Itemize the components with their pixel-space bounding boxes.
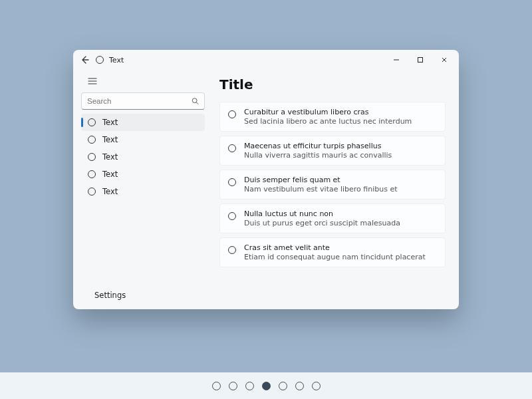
card-subtitle: Duis ut purus eget orci suscipit malesua… <box>244 219 400 227</box>
minimize-button[interactable] <box>384 51 408 69</box>
nav-item-label: Text <box>102 152 118 162</box>
nav-item-label: Text <box>102 170 118 179</box>
list-card[interactable]: Nulla luctus ut nunc nonDuis ut purus eg… <box>219 203 446 233</box>
circle-icon <box>228 212 236 220</box>
page-title: Title <box>219 76 446 92</box>
sidebar: TextTextTextTextText Settings <box>77 70 209 309</box>
svg-line-3 <box>196 102 198 104</box>
circle-icon <box>88 136 96 144</box>
circle-icon <box>88 153 96 161</box>
circle-icon <box>88 170 96 178</box>
pagination-dot[interactable] <box>245 382 254 390</box>
list-card[interactable]: Maecenas ut efficitur turpis phasellusNu… <box>219 136 446 166</box>
menu-button[interactable] <box>84 74 101 88</box>
circle-icon <box>228 246 236 254</box>
list-card[interactable]: Curabitur a vestibulum libero crasSed la… <box>219 102 446 132</box>
sidebar-nav-item[interactable]: Text <box>81 166 205 183</box>
list-card[interactable]: Cras sit amet velit anteEtiam id consequ… <box>219 237 446 267</box>
sidebar-nav-item[interactable]: Text <box>81 131 205 148</box>
maximize-button[interactable] <box>408 51 432 69</box>
search-field[interactable] <box>87 97 187 105</box>
titlebar: Text <box>73 50 459 70</box>
settings-label: Settings <box>94 291 126 300</box>
sidebar-nav-item[interactable]: Text <box>81 183 205 200</box>
app-window: Text TextTextTextTextText <box>73 50 459 309</box>
search-input[interactable] <box>81 92 205 110</box>
card-title: Cras sit amet velit ante <box>244 243 426 252</box>
card-title: Curabitur a vestibulum libero cras <box>244 108 412 116</box>
pagination-dot[interactable] <box>312 382 321 390</box>
circle-icon <box>228 144 236 152</box>
nav-item-label: Text <box>102 187 118 196</box>
card-subtitle: Nulla viverra sagittis mauris ac convall… <box>244 151 392 160</box>
circle-icon <box>88 188 96 196</box>
content-area: Title Curabitur a vestibulum libero cras… <box>209 70 459 309</box>
pagination-dot[interactable] <box>229 382 237 390</box>
card-subtitle: Nam vestibulum est vitae libero finibus … <box>244 185 398 194</box>
pagination-dot[interactable] <box>262 382 271 390</box>
window-title: Text <box>109 56 124 65</box>
back-button[interactable] <box>80 55 90 65</box>
card-list: Curabitur a vestibulum libero crasSed la… <box>219 102 446 267</box>
sidebar-nav-item[interactable]: Text <box>81 148 205 166</box>
card-title: Duis semper felis quam et <box>244 176 398 184</box>
app-icon <box>96 56 104 64</box>
svg-rect-1 <box>418 58 423 63</box>
pagination-dots <box>0 372 532 399</box>
settings-item[interactable]: Settings <box>81 287 205 304</box>
sidebar-nav-item[interactable]: Text <box>81 114 205 131</box>
pagination-dot[interactable] <box>212 382 221 390</box>
pagination-dot[interactable] <box>295 382 304 390</box>
card-title: Nulla luctus ut nunc non <box>244 209 400 218</box>
search-icon <box>191 97 200 106</box>
card-subtitle: Etiam id consequat augue nam tincidunt p… <box>244 253 426 261</box>
circle-icon <box>88 118 96 126</box>
list-card[interactable]: Duis semper felis quam etNam vestibulum … <box>219 170 446 200</box>
circle-icon <box>228 110 236 118</box>
pagination-dot[interactable] <box>279 382 287 390</box>
nav-item-label: Text <box>102 135 118 144</box>
close-button[interactable] <box>432 51 456 69</box>
card-subtitle: Sed lacinia libero ac ante luctus nec in… <box>244 117 412 126</box>
nav-item-label: Text <box>102 118 118 127</box>
circle-icon <box>228 178 236 186</box>
nav-list: TextTextTextTextText <box>81 114 205 200</box>
card-title: Maecenas ut efficitur turpis phasellus <box>244 142 392 150</box>
